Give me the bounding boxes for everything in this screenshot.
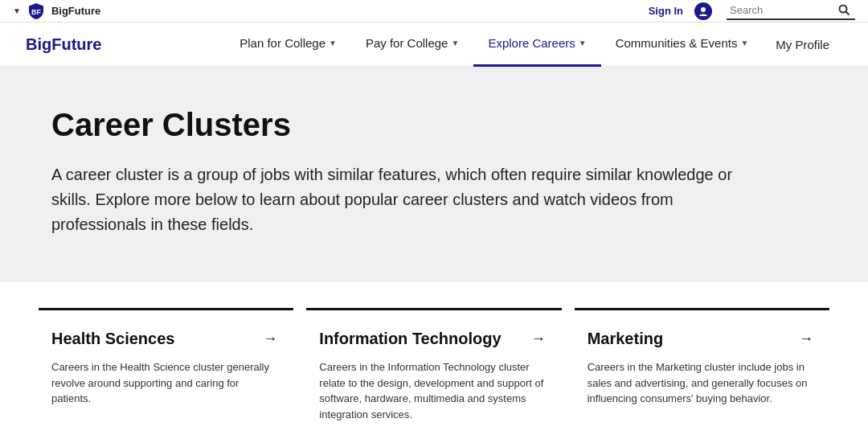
cards-row: Health Sciences → Careers in the Health … bbox=[39, 282, 829, 441]
search-input[interactable] bbox=[730, 4, 838, 16]
bigfuture-shield-icon: BF bbox=[27, 2, 45, 20]
pay-chevron-icon: ▼ bbox=[451, 39, 459, 47]
user-avatar-icon[interactable] bbox=[694, 2, 712, 20]
nav-item-explore-careers: Explore Careers ▼ bbox=[473, 22, 600, 67]
svg-point-2 bbox=[840, 6, 847, 13]
main-nav-brand[interactable]: BigFuture bbox=[26, 35, 101, 54]
explore-chevron-icon: ▼ bbox=[579, 39, 587, 47]
card-information-technology[interactable]: Information Technology → Careers in the … bbox=[306, 308, 561, 441]
card-desc-marketing: Careers in the Marketing cluster include… bbox=[588, 359, 813, 407]
card-desc-information-technology: Careers in the Information Technology cl… bbox=[319, 359, 545, 422]
nav-item-communities-events: Communities & Events ▼ bbox=[601, 22, 764, 67]
sign-in-link[interactable]: Sign In bbox=[649, 5, 683, 17]
top-bar-chevron-icon[interactable]: ▼ bbox=[13, 6, 21, 15]
hero-title: Career Clusters bbox=[51, 106, 817, 143]
svg-text:BF: BF bbox=[31, 8, 41, 16]
cards-section: Health Sciences → Careers in the Health … bbox=[0, 282, 868, 447]
top-bar-brand-name: BigFuture bbox=[51, 5, 642, 17]
hero-section: Career Clusters A career cluster is a gr… bbox=[0, 68, 868, 282]
svg-point-1 bbox=[701, 7, 706, 12]
card-arrow-it-icon: → bbox=[531, 330, 546, 347]
plan-chevron-icon: ▼ bbox=[329, 39, 337, 47]
card-marketing[interactable]: Marketing → Careers in the Marketing clu… bbox=[575, 308, 829, 441]
nav-link-my-profile[interactable]: My Profile bbox=[763, 22, 842, 67]
card-title-health-sciences: Health Sciences bbox=[51, 330, 174, 348]
card-title-information-technology: Information Technology bbox=[319, 330, 501, 348]
card-title-row-it: Information Technology → bbox=[319, 330, 545, 348]
svg-line-3 bbox=[846, 12, 850, 15]
card-arrow-health-icon: → bbox=[263, 330, 277, 347]
nav-items: Plan for College ▼ Pay for College ▼ Exp… bbox=[225, 22, 842, 67]
card-title-row-health: Health Sciences → bbox=[51, 330, 277, 348]
card-arrow-marketing-icon: → bbox=[799, 330, 813, 347]
search-container bbox=[727, 2, 855, 20]
hero-description: A career cluster is a group of jobs with… bbox=[51, 162, 743, 237]
card-desc-health-sciences: Careers in the Health Science cluster ge… bbox=[51, 359, 277, 407]
nav-item-plan-for-college: Plan for College ▼ bbox=[225, 22, 351, 67]
nav-link-pay-for-college[interactable]: Pay for College ▼ bbox=[351, 22, 473, 67]
top-bar: ▼ BF BigFuture Sign In bbox=[0, 0, 868, 23]
communities-chevron-icon: ▼ bbox=[740, 39, 748, 47]
card-health-sciences[interactable]: Health Sciences → Careers in the Health … bbox=[39, 308, 293, 441]
nav-link-plan-for-college[interactable]: Plan for College ▼ bbox=[225, 22, 351, 67]
card-title-row-marketing: Marketing → bbox=[588, 330, 813, 348]
nav-item-pay-for-college: Pay for College ▼ bbox=[351, 22, 473, 67]
card-title-marketing: Marketing bbox=[588, 330, 663, 348]
nav-item-my-profile: My Profile bbox=[763, 22, 842, 67]
nav-link-communities-events[interactable]: Communities & Events ▼ bbox=[601, 22, 764, 67]
search-button[interactable] bbox=[838, 4, 850, 16]
nav-link-explore-careers[interactable]: Explore Careers ▼ bbox=[473, 22, 600, 67]
main-nav: BigFuture Plan for College ▼ Pay for Col… bbox=[0, 23, 868, 68]
